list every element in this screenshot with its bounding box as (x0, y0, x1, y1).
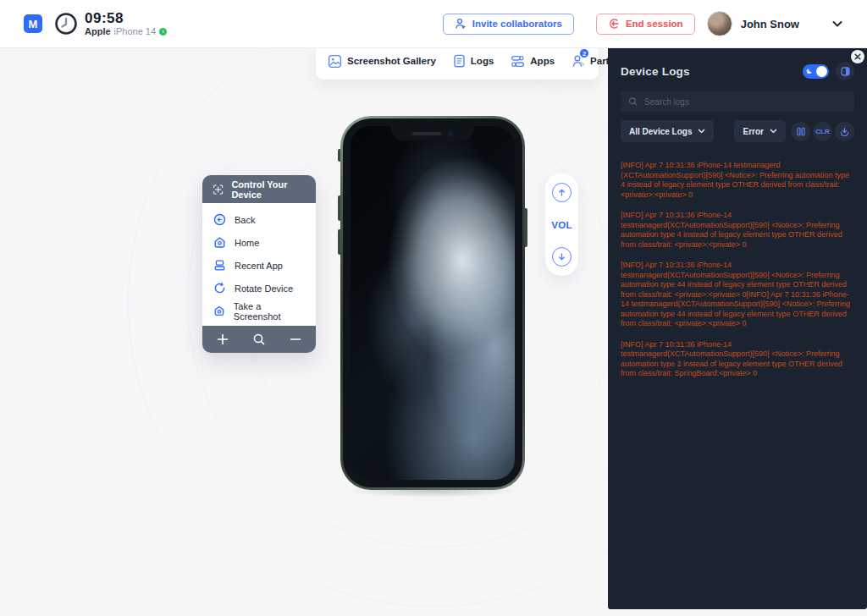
device-notch (391, 126, 474, 140)
timer-value: 09:58 (85, 11, 167, 27)
exit-icon (608, 18, 620, 30)
toggle-knob (816, 66, 827, 77)
search-screen-button[interactable] (252, 333, 266, 346)
log-level-value: Error (743, 127, 763, 136)
control-panel-list: Back Home Recent App (202, 203, 316, 326)
tab-screenshot-gallery-label: Screenshot Gallery (347, 56, 436, 66)
logs-search-input[interactable] (644, 97, 847, 107)
log-entry: [INFO] Apr 7 10:31:36 iPhone-14 testmana… (621, 161, 854, 200)
chevron-down-icon (698, 129, 705, 134)
log-entry: [INFO] Apr 7 10:31:36 iPhone-14 testmana… (621, 261, 854, 329)
log-entries-list[interactable]: [INFO] Apr 7 10:31:36 iPhone-14 testmana… (621, 161, 854, 379)
control-item-label: Recent App (235, 261, 283, 271)
logs-theme-toggle[interactable] (803, 64, 829, 79)
volume-up-button[interactable] (552, 183, 572, 202)
invite-collaborators-label: Invite collaborators (472, 19, 562, 29)
device-frame (340, 116, 525, 490)
volume-control: VOL (545, 173, 578, 276)
control-panel-header[interactable]: Control Your Device (202, 175, 316, 203)
tab-logs[interactable]: Logs (453, 54, 494, 68)
logs-filters: All Device Logs Error CLR (621, 120, 854, 142)
chevron-down-icon[interactable] (831, 19, 843, 28)
control-item-back[interactable]: Back (202, 208, 316, 231)
logs-search-bar (621, 91, 854, 112)
phone-power-button (525, 208, 527, 247)
device-logs-panel: Device Logs (608, 48, 867, 609)
log-entry: [INFO] Apr 7 10:31:36 iPhone-14 testmana… (621, 340, 854, 379)
minus-icon (289, 333, 302, 346)
clear-logs-label: CLR (815, 128, 829, 135)
session-timer: 09:58 Apple iPhone 14 i (54, 11, 167, 37)
split-panel-icon (841, 67, 850, 76)
log-level-dropdown[interactable]: Error (734, 120, 785, 142)
device-screen[interactable] (351, 126, 515, 480)
pause-logs-button[interactable] (791, 122, 810, 141)
speaker-slot (412, 132, 441, 135)
download-icon (840, 127, 849, 136)
image-icon (328, 54, 342, 69)
close-logs-button[interactable] (851, 50, 864, 63)
document-icon (453, 54, 466, 68)
volume-down-button[interactable] (552, 247, 572, 267)
device-model: iPhone 14 (114, 26, 157, 36)
chevron-down-icon (770, 129, 777, 134)
top-header: M 09:58 Apple iPhone 14 i Invit (0, 0, 867, 48)
logs-title: Device Logs (621, 65, 690, 78)
logs-header: Device Logs (621, 48, 854, 80)
control-item-label: Rotate Device (235, 283, 293, 294)
volume-label: VOL (551, 220, 572, 230)
tab-apps-label: Apps (530, 56, 555, 66)
back-icon (213, 213, 226, 226)
home-icon (213, 236, 226, 249)
end-session-button[interactable]: End session (596, 14, 695, 35)
device-status-icon: i (159, 28, 167, 36)
control-item-label: Home (235, 238, 259, 248)
end-session-label: End session (626, 19, 683, 29)
recent-apps-icon (213, 259, 226, 272)
person-plus-icon (455, 18, 467, 30)
magnifier-icon (252, 333, 266, 346)
control-item-label: Take a Screenshot (234, 301, 305, 322)
tab-apps[interactable]: Apps (511, 55, 555, 68)
screenshot-icon (213, 305, 225, 317)
apps-icon (511, 55, 525, 68)
avatar[interactable] (707, 11, 732, 36)
rotate-icon (213, 282, 226, 294)
app-logo[interactable]: M (24, 14, 42, 33)
close-icon (854, 53, 861, 60)
download-logs-button[interactable] (835, 122, 854, 141)
search-icon (628, 96, 638, 107)
plus-icon (216, 333, 229, 346)
moon-icon (806, 68, 813, 74)
tab-screenshot-gallery[interactable]: Screenshot Gallery (328, 54, 436, 69)
control-your-device-panel: Control Your Device Back Home (202, 175, 316, 353)
front-camera (448, 131, 453, 136)
clock-icon (54, 12, 78, 36)
device-brand: Apple (85, 26, 111, 36)
tab-logs-label: Logs (471, 56, 494, 66)
log-entry: [INFO] Apr 7 10:31:36 iPhone-14 testmana… (621, 211, 854, 250)
device-name: Apple iPhone 14 i (85, 26, 167, 36)
device-bezel (343, 118, 522, 487)
arrow-down-icon (557, 252, 566, 261)
log-source-value: All Device Logs (629, 127, 692, 136)
control-item-take-screenshot[interactable]: Take a Screenshot (202, 300, 316, 322)
invite-collaborators-button[interactable]: Invite collaborators (443, 14, 574, 35)
arrow-up-icon (557, 188, 566, 197)
control-item-label: Back (235, 215, 255, 225)
user-name: John Snow (741, 18, 799, 30)
control-item-rotate-device[interactable]: Rotate Device (202, 277, 316, 300)
app-viewport: M 09:58 Apple iPhone 14 i Invit (0, 0, 867, 616)
control-crosshair-icon (213, 183, 224, 196)
control-panel-title: Control Your Device (231, 179, 306, 200)
log-source-dropdown[interactable]: All Device Logs (621, 120, 714, 142)
zoom-out-button[interactable] (289, 333, 302, 346)
zoom-in-button[interactable] (216, 333, 229, 346)
pause-icon (797, 127, 805, 136)
control-panel-footer (202, 326, 316, 353)
participants-count-badge: 2 (579, 48, 589, 58)
control-item-home[interactable]: Home (202, 231, 316, 254)
layout-split-button[interactable] (836, 62, 854, 80)
clear-logs-button[interactable]: CLR (813, 122, 832, 141)
control-item-recent-app[interactable]: Recent App (202, 254, 316, 277)
